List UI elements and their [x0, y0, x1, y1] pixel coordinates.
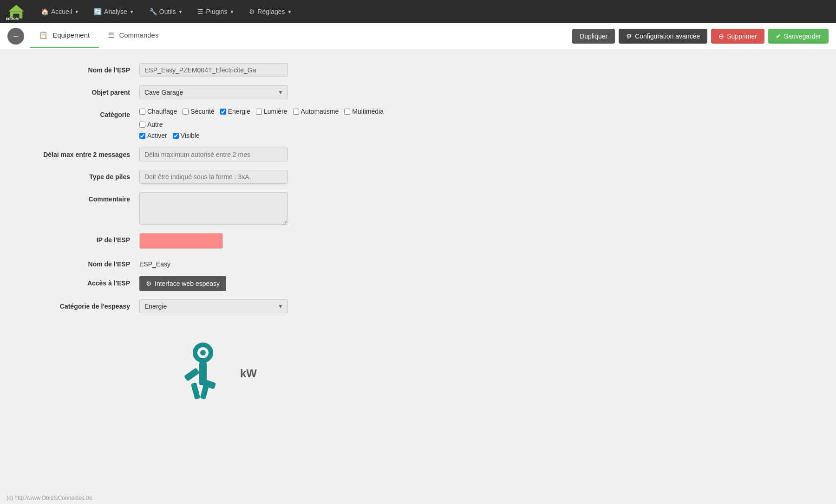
tab-commandes[interactable]: ☰ Commandes [99, 24, 168, 48]
commentaire-textarea[interactable] [139, 192, 288, 225]
commentaire-row: Commentaire [19, 192, 399, 225]
acces-esp-row: Accès à l'ESP ⚙ Interface web espeasy [19, 276, 399, 291]
acces-esp-label: Accès à l'ESP [19, 276, 139, 287]
ip-esp-label: IP de l'ESP [19, 233, 139, 244]
nav-outils-label: Outils [159, 8, 176, 15]
type-piles-row: Type de piles [19, 170, 399, 184]
tab-equipement[interactable]: 📋 Equipement [30, 24, 99, 48]
categorie-espeasy-select-wrapper: Energie Chauffage Sécurité Lumière Autom… [139, 299, 288, 313]
label-energie: Energie [228, 108, 250, 115]
save-label: Sauvegarder [784, 32, 821, 40]
checkbox-activer[interactable] [139, 133, 145, 139]
analyse-icon: 🔄 [94, 8, 102, 15]
category-multimedia: Multimédia [344, 108, 384, 115]
plugin-icon-area: kW [19, 332, 399, 415]
tab-equipement-label: Equipement [52, 31, 90, 39]
main-content: Nom de l'ESP Objet parent Cave Garage ▼ … [0, 49, 418, 429]
label-multimedia: Multimédia [352, 108, 384, 115]
categorie-row: Catégorie Chauffage Sécurité Energie Lum… [19, 108, 399, 139]
type-piles-input[interactable] [139, 170, 288, 184]
label-automatisme: Automatisme [301, 108, 339, 115]
categorie-checkboxes: Chauffage Sécurité Energie Lumière Autom… [139, 108, 399, 139]
categorie-espeasy-select[interactable]: Energie Chauffage Sécurité Lumière Autom… [139, 299, 288, 313]
gear-icon: ⚙ [626, 32, 632, 40]
ip-esp-row: IP de l'ESP [19, 233, 399, 249]
nav-reglages[interactable]: ⚙ Réglages ▼ [242, 4, 298, 19]
checkbox-visible[interactable] [173, 133, 179, 139]
categorie-espeasy-label: Catégorie de l'espeasy [19, 299, 139, 310]
top-navigation: EEDOM 🏠 Accueil ▼ 🔄 Analyse ▼ 🔧 Outils ▼… [0, 0, 836, 23]
category-autre: Autre [139, 121, 163, 128]
delai-row: Délai max entre 2 messages [19, 148, 399, 162]
label-activer: Activer [147, 132, 167, 139]
objet-parent-select-wrapper: Cave Garage ▼ [139, 85, 288, 99]
ip-esp-input[interactable] [139, 233, 223, 249]
category-energie: Energie [220, 108, 250, 115]
nav-reglages-caret: ▼ [287, 9, 292, 14]
checkbox-energie[interactable] [220, 109, 226, 115]
nom-esp2-label: Nom de l'ESP [19, 257, 139, 268]
plugin-unit-label: kW [240, 367, 257, 380]
checkbox-automatisme[interactable] [293, 109, 299, 115]
save-button[interactable]: ✔ Sauvegarder [768, 29, 829, 44]
reglages-icon: ⚙ [249, 8, 255, 15]
interface-web-label: Interface web espeasy [155, 280, 220, 287]
svg-rect-8 [184, 368, 200, 381]
nom-esp-input[interactable] [139, 63, 288, 77]
page-toolbar: ← 📋 Equipement ☰ Commandes Dupliquer ⚙ C… [0, 23, 836, 49]
category-lumiere: Lumière [256, 108, 287, 115]
nav-outils[interactable]: 🔧 Outils ▼ [143, 4, 189, 19]
categorie-label: Catégorie [19, 108, 139, 118]
label-chauffage: Chauffage [147, 108, 177, 115]
nav-accueil-caret: ▼ [74, 9, 79, 14]
nav-accueil[interactable]: 🏠 Accueil ▼ [34, 4, 85, 19]
nav-reglages-label: Réglages [257, 8, 285, 15]
nom-esp-label: Nom de l'ESP [19, 63, 139, 74]
label-autre: Autre [147, 121, 163, 128]
categorie-espeasy-row: Catégorie de l'espeasy Energie Chauffage… [19, 299, 399, 313]
tab-commandes-label: Commandes [119, 31, 158, 39]
checkbox-multimedia[interactable] [344, 109, 350, 115]
objet-parent-select[interactable]: Cave Garage [139, 85, 288, 99]
duplicate-button[interactable]: Dupliquer [572, 29, 615, 44]
commentaire-label: Commentaire [19, 192, 139, 203]
label-visible: Visible [181, 132, 200, 139]
svg-point-6 [200, 350, 206, 355]
delai-label: Délai max entre 2 messages [19, 148, 139, 158]
nav-plugins[interactable]: ☰ Plugins ▼ [191, 4, 241, 19]
category-securite: Sécurité [183, 108, 214, 115]
checkbox-lumiere[interactable] [256, 109, 262, 115]
svg-rect-10 [191, 382, 201, 400]
logo-icon: EEDOM [5, 3, 28, 20]
category-automatisme: Automatisme [293, 108, 339, 115]
page-tabs: 📋 Equipement ☰ Commandes [30, 24, 572, 48]
label-securite: Sécurité [190, 108, 214, 115]
back-arrow-icon: ← [12, 32, 20, 40]
logo[interactable]: EEDOM [5, 3, 28, 20]
delai-input[interactable] [139, 148, 288, 162]
advanced-config-button[interactable]: ⚙ Configuration avancée [619, 29, 707, 44]
category-visible: Visible [173, 132, 200, 139]
category-row-secondary: Activer Visible [139, 132, 399, 139]
toolbar-actions: Dupliquer ⚙ Configuration avancée ⊖ Supp… [572, 29, 829, 44]
checkbox-chauffage[interactable] [139, 109, 145, 115]
interface-web-button[interactable]: ⚙ Interface web espeasy [139, 276, 226, 291]
svg-marker-0 [8, 5, 24, 11]
nom-esp2-value: ESP_Easy [139, 257, 170, 268]
type-piles-label: Type de piles [19, 170, 139, 181]
checkbox-securite[interactable] [183, 109, 189, 115]
nav-plugins-caret: ▼ [229, 9, 234, 14]
nav-outils-caret: ▼ [178, 9, 183, 14]
tab-commandes-icon: ☰ [108, 31, 114, 39]
delete-button[interactable]: ⊖ Supprimer [711, 29, 764, 44]
objet-parent-row: Objet parent Cave Garage ▼ [19, 85, 399, 99]
gear-interface-icon: ⚙ [146, 280, 152, 287]
nav-analyse-caret: ▼ [130, 9, 134, 14]
minus-circle-icon: ⊖ [718, 32, 724, 40]
checkbox-autre[interactable] [139, 122, 145, 128]
back-button[interactable]: ← [7, 28, 24, 45]
duplicate-label: Dupliquer [580, 32, 607, 40]
nav-plugins-label: Plugins [206, 8, 227, 15]
nav-analyse[interactable]: 🔄 Analyse ▼ [87, 4, 141, 19]
outils-icon: 🔧 [149, 8, 157, 15]
